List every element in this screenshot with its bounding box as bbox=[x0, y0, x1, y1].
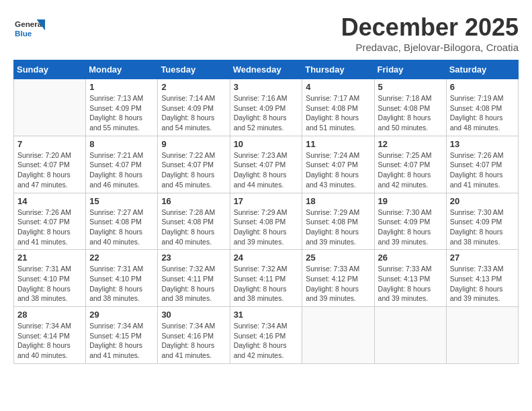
day-info: Sunrise: 7:26 AM Sunset: 4:07 PM Dayligh… bbox=[17, 208, 82, 247]
day-number: 10 bbox=[234, 139, 299, 149]
logo: General Blue bbox=[13, 13, 47, 44]
calendar-cell bbox=[374, 307, 446, 364]
day-info: Sunrise: 7:32 AM Sunset: 4:11 PM Dayligh… bbox=[234, 264, 299, 304]
calendar-cell: 7Sunrise: 7:20 AM Sunset: 4:07 PM Daylig… bbox=[14, 136, 86, 193]
day-number: 22 bbox=[89, 253, 154, 263]
calendar-cell: 25Sunrise: 7:33 AM Sunset: 4:12 PM Dayli… bbox=[302, 250, 374, 307]
day-info: Sunrise: 7:29 AM Sunset: 4:08 PM Dayligh… bbox=[306, 208, 370, 247]
day-number: 20 bbox=[450, 196, 515, 206]
day-info: Sunrise: 7:32 AM Sunset: 4:11 PM Dayligh… bbox=[161, 264, 226, 304]
calendar-cell: 6Sunrise: 7:19 AM Sunset: 4:08 PM Daylig… bbox=[446, 79, 518, 136]
day-info: Sunrise: 7:13 AM Sunset: 4:09 PM Dayligh… bbox=[89, 93, 154, 133]
title-block: December 2025 Predavac, Bjelovar-Bilogor… bbox=[341, 13, 519, 53]
day-number: 6 bbox=[450, 82, 515, 92]
day-number: 2 bbox=[161, 82, 226, 92]
logo-icon: General Blue bbox=[13, 13, 47, 44]
calendar-cell: 1Sunrise: 7:13 AM Sunset: 4:09 PM Daylig… bbox=[86, 79, 158, 136]
day-info: Sunrise: 7:34 AM Sunset: 4:16 PM Dayligh… bbox=[161, 321, 226, 361]
column-header-monday: Monday bbox=[86, 60, 158, 79]
day-info: Sunrise: 7:29 AM Sunset: 4:08 PM Dayligh… bbox=[234, 208, 299, 247]
day-number: 19 bbox=[378, 196, 443, 206]
day-number: 21 bbox=[17, 253, 82, 263]
calendar-cell: 27Sunrise: 7:33 AM Sunset: 4:13 PM Dayli… bbox=[446, 250, 518, 307]
calendar-cell: 13Sunrise: 7:26 AM Sunset: 4:07 PM Dayli… bbox=[446, 136, 518, 193]
day-info: Sunrise: 7:19 AM Sunset: 4:08 PM Dayligh… bbox=[450, 93, 515, 133]
calendar-cell: 23Sunrise: 7:32 AM Sunset: 4:11 PM Dayli… bbox=[158, 250, 230, 307]
day-info: Sunrise: 7:16 AM Sunset: 4:09 PM Dayligh… bbox=[234, 93, 299, 133]
column-header-thursday: Thursday bbox=[302, 60, 374, 79]
day-number: 27 bbox=[450, 253, 515, 263]
week-row-5: 28Sunrise: 7:34 AM Sunset: 4:14 PM Dayli… bbox=[14, 307, 519, 364]
column-header-tuesday: Tuesday bbox=[158, 60, 230, 79]
calendar-cell: 31Sunrise: 7:34 AM Sunset: 4:16 PM Dayli… bbox=[230, 307, 302, 364]
svg-text:Blue: Blue bbox=[15, 29, 32, 38]
calendar-cell: 5Sunrise: 7:18 AM Sunset: 4:08 PM Daylig… bbox=[374, 79, 446, 136]
column-header-saturday: Saturday bbox=[446, 60, 518, 79]
calendar-cell: 21Sunrise: 7:31 AM Sunset: 4:10 PM Dayli… bbox=[14, 250, 86, 307]
day-number: 14 bbox=[17, 196, 82, 206]
week-row-2: 7Sunrise: 7:20 AM Sunset: 4:07 PM Daylig… bbox=[14, 136, 519, 193]
calendar-cell: 12Sunrise: 7:25 AM Sunset: 4:07 PM Dayli… bbox=[374, 136, 446, 193]
calendar-cell bbox=[14, 79, 86, 136]
day-number: 17 bbox=[234, 196, 299, 206]
day-info: Sunrise: 7:23 AM Sunset: 4:07 PM Dayligh… bbox=[234, 150, 299, 190]
calendar-cell: 19Sunrise: 7:30 AM Sunset: 4:09 PM Dayli… bbox=[374, 193, 446, 250]
day-number: 31 bbox=[234, 310, 299, 320]
day-number: 28 bbox=[17, 310, 82, 320]
calendar-cell: 20Sunrise: 7:30 AM Sunset: 4:09 PM Dayli… bbox=[446, 193, 518, 250]
day-info: Sunrise: 7:34 AM Sunset: 4:14 PM Dayligh… bbox=[17, 321, 82, 361]
calendar-body: 1Sunrise: 7:13 AM Sunset: 4:09 PM Daylig… bbox=[14, 79, 519, 364]
day-info: Sunrise: 7:33 AM Sunset: 4:13 PM Dayligh… bbox=[378, 264, 443, 304]
day-number: 18 bbox=[306, 196, 370, 206]
day-info: Sunrise: 7:20 AM Sunset: 4:07 PM Dayligh… bbox=[17, 150, 82, 190]
calendar-table: SundayMondayTuesdayWednesdayThursdayFrid… bbox=[13, 60, 519, 364]
day-number: 26 bbox=[378, 253, 443, 263]
calendar-cell: 28Sunrise: 7:34 AM Sunset: 4:14 PM Dayli… bbox=[14, 307, 86, 364]
calendar-cell: 30Sunrise: 7:34 AM Sunset: 4:16 PM Dayli… bbox=[158, 307, 230, 364]
calendar-cell: 22Sunrise: 7:31 AM Sunset: 4:10 PM Dayli… bbox=[86, 250, 158, 307]
location: Predavac, Bjelovar-Bilogora, Croatia bbox=[341, 42, 519, 53]
day-info: Sunrise: 7:33 AM Sunset: 4:12 PM Dayligh… bbox=[306, 264, 370, 304]
calendar-cell: 2Sunrise: 7:14 AM Sunset: 4:09 PM Daylig… bbox=[158, 79, 230, 136]
day-number: 12 bbox=[378, 139, 443, 149]
calendar-cell: 3Sunrise: 7:16 AM Sunset: 4:09 PM Daylig… bbox=[230, 79, 302, 136]
day-info: Sunrise: 7:27 AM Sunset: 4:08 PM Dayligh… bbox=[89, 208, 154, 247]
calendar-cell: 26Sunrise: 7:33 AM Sunset: 4:13 PM Dayli… bbox=[374, 250, 446, 307]
day-number: 1 bbox=[89, 82, 154, 92]
calendar-cell: 18Sunrise: 7:29 AM Sunset: 4:08 PM Dayli… bbox=[302, 193, 374, 250]
page-header: General Blue December 2025 Predavac, Bje… bbox=[13, 13, 519, 53]
column-header-sunday: Sunday bbox=[14, 60, 86, 79]
calendar-cell: 24Sunrise: 7:32 AM Sunset: 4:11 PM Dayli… bbox=[230, 250, 302, 307]
week-row-1: 1Sunrise: 7:13 AM Sunset: 4:09 PM Daylig… bbox=[14, 79, 519, 136]
day-info: Sunrise: 7:17 AM Sunset: 4:08 PM Dayligh… bbox=[306, 93, 370, 133]
day-info: Sunrise: 7:30 AM Sunset: 4:09 PM Dayligh… bbox=[378, 208, 443, 247]
day-number: 4 bbox=[306, 82, 370, 92]
month-title: December 2025 bbox=[341, 13, 519, 42]
day-info: Sunrise: 7:26 AM Sunset: 4:07 PM Dayligh… bbox=[450, 150, 515, 190]
day-number: 30 bbox=[161, 310, 226, 320]
day-info: Sunrise: 7:31 AM Sunset: 4:10 PM Dayligh… bbox=[89, 264, 154, 304]
day-number: 29 bbox=[89, 310, 154, 320]
day-number: 23 bbox=[161, 253, 226, 263]
day-info: Sunrise: 7:30 AM Sunset: 4:09 PM Dayligh… bbox=[450, 208, 515, 247]
day-number: 24 bbox=[234, 253, 299, 263]
day-info: Sunrise: 7:24 AM Sunset: 4:07 PM Dayligh… bbox=[306, 150, 370, 190]
week-row-3: 14Sunrise: 7:26 AM Sunset: 4:07 PM Dayli… bbox=[14, 193, 519, 250]
day-number: 7 bbox=[17, 139, 82, 149]
day-number: 16 bbox=[161, 196, 226, 206]
calendar-cell: 4Sunrise: 7:17 AM Sunset: 4:08 PM Daylig… bbox=[302, 79, 374, 136]
calendar-cell: 14Sunrise: 7:26 AM Sunset: 4:07 PM Dayli… bbox=[14, 193, 86, 250]
day-info: Sunrise: 7:34 AM Sunset: 4:16 PM Dayligh… bbox=[234, 321, 299, 361]
day-info: Sunrise: 7:21 AM Sunset: 4:07 PM Dayligh… bbox=[89, 150, 154, 190]
day-number: 11 bbox=[306, 139, 370, 149]
day-number: 8 bbox=[89, 139, 154, 149]
day-info: Sunrise: 7:18 AM Sunset: 4:08 PM Dayligh… bbox=[378, 93, 443, 133]
day-number: 13 bbox=[450, 139, 515, 149]
calendar-cell bbox=[302, 307, 374, 364]
column-header-friday: Friday bbox=[374, 60, 446, 79]
day-info: Sunrise: 7:14 AM Sunset: 4:09 PM Dayligh… bbox=[161, 93, 226, 133]
day-number: 15 bbox=[89, 196, 154, 206]
day-number: 9 bbox=[161, 139, 226, 149]
column-header-wednesday: Wednesday bbox=[230, 60, 302, 79]
day-number: 25 bbox=[306, 253, 370, 263]
